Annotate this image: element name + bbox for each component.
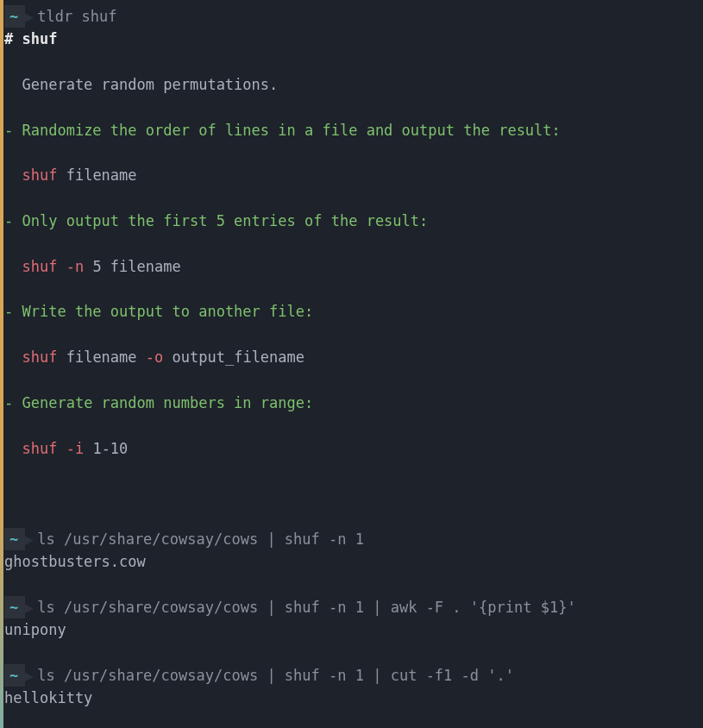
tldr-example-desc: - Write the output to another file: [0,300,703,323]
prompt-line[interactable]: ~▶ ls /usr/share/cowsay/cows | shuf -n 1… [0,596,703,618]
command-text: ls /usr/share/cowsay/cows | shuf -n 1 | … [37,664,514,687]
command-text: ls /usr/share/cowsay/cows | shuf -n 1 [37,528,364,550]
tldr-example-desc: - Generate random numbers in range: [0,392,703,414]
tldr-description: Generate random permutations. [0,73,703,96]
prompt-tilde: ~ [4,5,25,28]
tldr-example-desc: - Randomize the order of lines in a file… [0,119,703,141]
command-text: ls /usr/share/cowsay/cows | shuf -n 1 | … [37,596,575,618]
tldr-header: # shuf [0,28,703,50]
output-line: unipony [0,618,703,641]
prompt-line[interactable]: ~▶ ls /usr/share/cowsay/cows | shuf -n 1… [0,664,703,687]
tldr-example-cmd: shuf -i 1-10 [0,437,703,460]
tldr-example-cmd: shuf filename [0,164,703,186]
prompt-tilde: ~ [4,528,25,550]
prompt-tilde: ~ [4,664,25,687]
prompt-line[interactable]: ~▶ ls /usr/share/cowsay/cows | shuf -n 1 [0,528,703,550]
command-text: tldr shuf [37,5,116,28]
tldr-example-desc: - Only output the first 5 entries of the… [0,210,703,232]
output-line: ghostbusters.cow [0,550,703,573]
prompt-tilde: ~ [4,596,25,618]
output-line: hellokitty [0,687,703,709]
tldr-example-cmd: shuf -n 5 filename [0,255,703,278]
prompt-line[interactable]: ~▶ tldr shuf [0,5,703,28]
tldr-example-cmd: shuf filename -o output_filename [0,346,703,368]
